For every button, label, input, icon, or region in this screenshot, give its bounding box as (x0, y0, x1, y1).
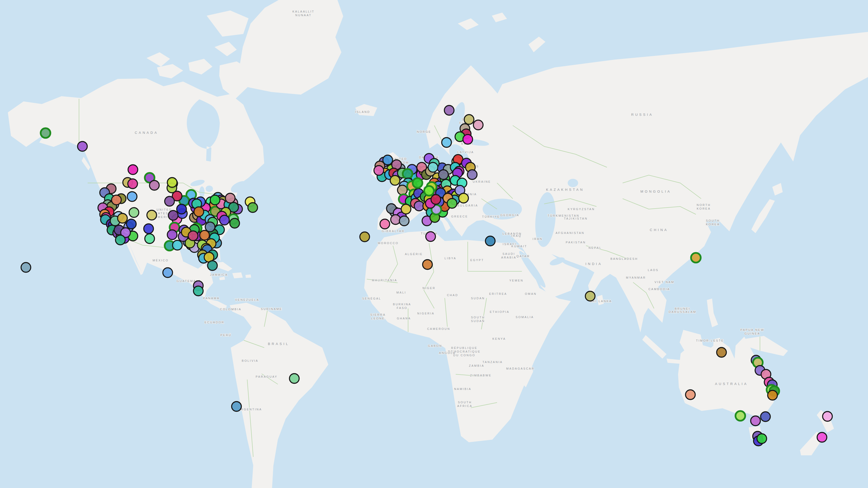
map-marker[interactable] (248, 203, 258, 213)
map-marker[interactable] (167, 230, 177, 240)
map-viewport[interactable]: KALAALLITNUNAATÍSLANDCANADARUSSIAUNITEDS… (0, 0, 868, 488)
map-marker[interactable] (289, 374, 299, 384)
map-marker[interactable] (194, 286, 203, 296)
map-marker[interactable] (751, 416, 761, 426)
map-marker[interactable] (586, 291, 595, 301)
map-marker[interactable] (225, 193, 235, 203)
map-marker[interactable] (428, 163, 438, 172)
map-marker[interactable] (391, 215, 401, 225)
map-marker[interactable] (150, 181, 159, 190)
map-marker[interactable] (200, 231, 210, 240)
map-marker[interactable] (413, 178, 423, 188)
map-marker[interactable] (128, 179, 137, 189)
map-marker[interactable] (163, 268, 173, 278)
aral-sea (568, 179, 578, 187)
map-marker[interactable] (403, 169, 412, 179)
country-label: CHINA (650, 228, 668, 232)
map-marker[interactable] (165, 197, 175, 206)
country-label: RUSSIA (631, 113, 653, 117)
map-marker[interactable] (401, 204, 411, 214)
country-label: TAJIKISTAN (564, 217, 588, 220)
country-label: ALGÉRIE (405, 253, 423, 256)
map-marker[interactable] (439, 170, 448, 180)
map-marker[interactable] (374, 166, 384, 175)
country-label: TÜRKIYE (482, 215, 500, 218)
country-label: UKRAINE (473, 180, 491, 183)
map-marker[interactable] (390, 176, 400, 185)
map-marker[interactable] (173, 240, 182, 250)
map-marker[interactable] (127, 192, 137, 201)
map-marker[interactable] (761, 412, 770, 422)
map-marker[interactable] (127, 219, 136, 229)
map-marker[interactable] (431, 195, 441, 204)
map-marker[interactable] (473, 120, 483, 130)
map-marker[interactable] (424, 186, 434, 196)
map-marker[interactable] (686, 390, 695, 400)
map-marker[interactable] (757, 434, 767, 444)
country-label: VENEZUELA (235, 298, 259, 301)
country-label: LAOS (648, 268, 658, 271)
map-marker[interactable] (205, 222, 215, 232)
map-marker[interactable] (78, 142, 87, 151)
map-marker[interactable] (167, 178, 177, 187)
map-marker[interactable] (442, 138, 452, 148)
map-marker[interactable] (463, 135, 473, 144)
country-label: GUINEA (745, 332, 760, 335)
map-marker[interactable] (230, 219, 240, 228)
map-marker[interactable] (168, 211, 178, 220)
country-label: MOROCCO (378, 241, 399, 245)
world-map[interactable]: KALAALLITNUNAATÍSLANDCANADARUSSIAUNITEDS… (0, 0, 868, 488)
map-marker[interactable] (360, 232, 370, 242)
country-label: LEONE (371, 317, 385, 320)
map-marker[interactable] (426, 232, 436, 241)
country-label: ANGOLA (439, 351, 456, 354)
map-marker[interactable] (380, 219, 390, 229)
map-marker[interactable] (118, 214, 127, 223)
country-label: GEORGIA (500, 214, 519, 217)
map-marker[interactable] (145, 234, 155, 243)
map-marker[interactable] (467, 170, 477, 180)
map-marker[interactable] (447, 199, 457, 208)
map-marker[interactable] (210, 195, 220, 205)
country-label: MADAGASCAR (506, 367, 534, 370)
map-marker[interactable] (41, 128, 51, 138)
map-marker[interactable] (232, 402, 242, 412)
map-marker[interactable] (444, 106, 454, 115)
map-marker[interactable] (823, 412, 832, 421)
map-marker[interactable] (128, 165, 138, 174)
map-marker[interactable] (398, 185, 407, 195)
country-label: LATVIJA (457, 151, 474, 154)
map-marker[interactable] (147, 210, 157, 220)
map-marker[interactable] (464, 115, 474, 124)
country-label: NEPAL (589, 246, 602, 249)
map-marker[interactable] (459, 193, 468, 203)
map-marker[interactable] (208, 261, 217, 270)
map-marker[interactable] (736, 411, 745, 421)
map-marker[interactable] (112, 195, 121, 205)
map-marker[interactable] (383, 155, 393, 165)
map-marker[interactable] (691, 253, 701, 263)
map-marker[interactable] (817, 432, 827, 442)
map-marker[interactable] (423, 260, 432, 269)
map-marker[interactable] (768, 391, 777, 400)
country-label: BANGLADESH (610, 257, 638, 260)
map-marker[interactable] (144, 224, 154, 234)
map-marker[interactable] (116, 235, 125, 245)
country-label: IRAN (533, 237, 542, 240)
country-label: KUWAIT (512, 245, 527, 248)
map-marker[interactable] (177, 204, 187, 214)
map-marker[interactable] (486, 236, 495, 246)
map-marker[interactable] (220, 216, 229, 225)
map-marker[interactable] (129, 208, 139, 218)
country-label: VIET NAM (654, 281, 674, 284)
country-label: AFGHANISTAN (556, 231, 584, 234)
country-label: NIGER (423, 287, 436, 290)
map-marker[interactable] (21, 263, 31, 272)
map-marker[interactable] (188, 231, 198, 241)
country-label: SOMALIA (516, 316, 534, 319)
map-marker[interactable] (717, 348, 726, 357)
country-label: TANZANIA (483, 360, 503, 364)
map-marker[interactable] (194, 207, 204, 217)
country-label: SURINAME (261, 307, 282, 311)
map-marker[interactable] (400, 216, 409, 226)
